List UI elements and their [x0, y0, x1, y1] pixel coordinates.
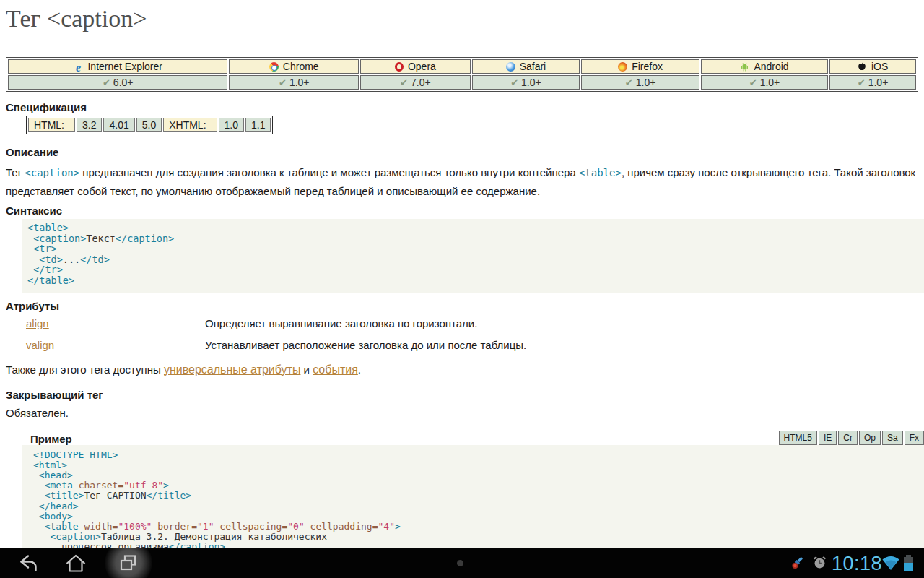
syntax-heading: Синтаксис [6, 204, 918, 217]
tab-ie[interactable]: IE [819, 431, 837, 445]
browser-name: Android [754, 61, 788, 72]
browser-cell-firefox: Firefox [581, 59, 699, 74]
version-value: 1.0+ [868, 77, 889, 88]
check-icon: ✔ [510, 77, 518, 88]
spec-heading: Спецификация [6, 101, 918, 114]
check-icon: ✔ [625, 77, 633, 88]
description-paragraph: Тег <caption> предназначен для создания … [6, 163, 918, 200]
attributes-heading: Атрибуты [6, 300, 918, 313]
tab-chrome[interactable]: Cr [838, 431, 858, 445]
browser-cell-safari: Safari [472, 59, 580, 74]
browser-name: Internet Explorer [87, 61, 162, 72]
tab-firefox[interactable]: Fx [905, 431, 924, 445]
browser-cell-chrome: Chrome [229, 59, 359, 74]
opera-icon [395, 62, 404, 72]
syntax-code-block: <table> <caption>Текст</caption> <tr> <t… [22, 219, 924, 293]
version-value: 6.0+ [113, 77, 134, 88]
battery-icon [904, 555, 913, 571]
closing-tag-text: Обязателен. [6, 407, 918, 419]
spec-table: HTML: 3.2 4.01 5.0 XHTML: 1.0 1.1 [26, 116, 273, 134]
spec-cell: 5.0 [136, 118, 162, 132]
spec-cell: 1.0 [219, 118, 244, 132]
table-tag-code[interactable]: <table> [579, 167, 622, 178]
browser-name: Firefox [632, 61, 663, 72]
note-text: Также для этого тега доступны [6, 363, 164, 376]
browser-version: ✔1.0+ [701, 75, 828, 90]
attributes-note: Также для этого тега доступны универсаль… [6, 363, 918, 376]
android-navbar: 10:18 [0, 548, 924, 578]
attribute-row-align: align Определяет выравнивание заголовка … [26, 316, 918, 332]
apple-icon [858, 61, 867, 71]
back-button[interactable] [17, 553, 38, 573]
spec-cell: HTML: [28, 118, 75, 132]
check-icon: ✔ [103, 77, 110, 88]
example-heading: Пример [30, 433, 72, 445]
tab-html5[interactable]: HTML5 [779, 431, 817, 445]
notification-cleaner-icon [791, 556, 806, 570]
description-heading: Описание [6, 146, 918, 159]
example-tabs: HTML5 IE Cr Op Sa Fx [779, 431, 924, 445]
note-text: . [358, 363, 361, 376]
safari-icon [506, 62, 515, 72]
browser-version: ✔1.0+ [581, 75, 699, 90]
tab-opera[interactable]: Op [859, 431, 881, 445]
alarm-clock-icon [813, 556, 827, 569]
version-value: 1.0+ [289, 77, 310, 88]
description-text: Тег [6, 166, 25, 178]
browser-version: ✔1.0+ [229, 75, 359, 90]
version-value: 1.0+ [636, 77, 656, 88]
version-value: 1.0+ [760, 77, 780, 88]
browser-cell-android: Android [701, 59, 828, 74]
internet-explorer-icon [73, 63, 83, 72]
browser-support-table: Internet Explorer Chrome Opera Safari Fi… [6, 57, 918, 92]
home-button[interactable] [65, 553, 87, 573]
menu-dot-indicator [457, 560, 463, 566]
spec-cell: 4.01 [103, 118, 134, 132]
browser-version-row: ✔6.0+ ✔1.0+ ✔7.0+ ✔1.0+ ✔1.0+ ✔1.0+ ✔1.0… [8, 75, 916, 90]
browser-version: ✔1.0+ [472, 75, 580, 90]
tab-safari[interactable]: Sa [882, 431, 903, 445]
attribute-description: Определяет выравнивание заголовка по гор… [205, 316, 918, 332]
spec-cell: 1.1 [245, 118, 271, 132]
browser-cell-opera: Opera [360, 59, 471, 74]
browser-name: Opera [408, 61, 436, 72]
check-icon: ✔ [858, 77, 866, 88]
android-icon [740, 62, 749, 72]
attribute-row-valign: valign Устанавливает расположение заголо… [26, 337, 918, 353]
description-text: предназначен для создания заголовка к та… [79, 166, 579, 178]
spec-cell: 3.2 [77, 118, 102, 132]
check-icon: ✔ [279, 77, 287, 88]
align-link[interactable]: align [26, 317, 49, 329]
browser-cell-ie: Internet Explorer [8, 59, 227, 74]
valign-link[interactable]: valign [26, 339, 54, 351]
browser-name: iOS [871, 61, 888, 72]
closing-tag-heading: Закрывающий тег [6, 389, 918, 402]
page-title: Тег <caption> [6, 4, 918, 33]
note-text: и [300, 363, 313, 376]
spec-cell: XHTML: [163, 118, 217, 132]
browser-version: ✔6.0+ [8, 75, 227, 90]
universal-attributes-link[interactable]: универсальные атрибуты [164, 363, 301, 376]
example-header: Пример HTML5 IE Cr Op Sa Fx [30, 431, 924, 445]
check-icon: ✔ [400, 77, 408, 88]
browser-name: Safari [520, 61, 546, 72]
events-link[interactable]: события [313, 363, 358, 376]
caption-tag-code: <caption> [25, 167, 79, 178]
recent-apps-button[interactable] [118, 553, 139, 573]
page-content: Тег <caption> Internet Explorer Chrome O… [0, 4, 924, 578]
browser-version: ✔1.0+ [829, 75, 916, 90]
browser-cell-ios: iOS [829, 59, 916, 74]
browser-version: ✔7.0+ [360, 75, 471, 90]
version-value: 1.0+ [521, 77, 541, 88]
browser-name: Chrome [283, 61, 319, 72]
firefox-icon [618, 62, 627, 72]
wifi-icon [881, 555, 900, 571]
chrome-icon [269, 62, 279, 72]
browser-header-row: Internet Explorer Chrome Opera Safari Fi… [8, 59, 916, 74]
check-icon: ✔ [749, 77, 757, 88]
attribute-description: Устанавливает расположение заголовка до … [205, 337, 918, 353]
clock-time: 10:18 [832, 553, 882, 575]
version-value: 7.0+ [411, 77, 431, 88]
